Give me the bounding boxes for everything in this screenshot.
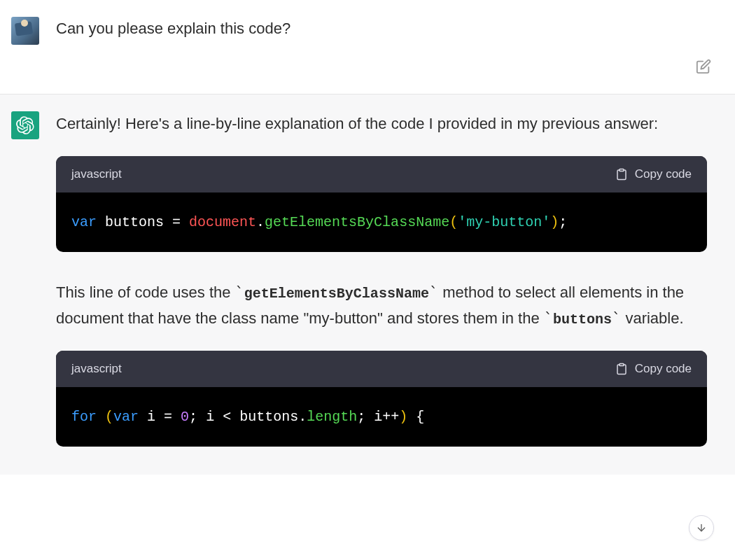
user-text: Can you please explain this code? bbox=[56, 17, 707, 40]
code-language-label: javascript bbox=[71, 359, 122, 379]
edit-icon bbox=[696, 59, 711, 74]
user-message: Can you please explain this code? bbox=[0, 0, 735, 94]
assistant-body: Certainly! Here's a line-by-line explana… bbox=[56, 111, 707, 447]
token-number: 0 bbox=[181, 409, 189, 425]
token-space bbox=[97, 409, 105, 425]
explain1-post: variable. bbox=[621, 309, 683, 327]
token-property: getElementsByClassName bbox=[265, 214, 449, 230]
token-paren-close: ) bbox=[550, 214, 559, 230]
token-paren-open: ( bbox=[449, 214, 458, 230]
token-identifier: i++ bbox=[365, 409, 399, 425]
code-content: var buttons = document.getElementsByClas… bbox=[56, 192, 707, 252]
token-paren-open: ( bbox=[105, 409, 113, 425]
token-semicolon: ; bbox=[559, 214, 567, 230]
token-operator: = bbox=[164, 214, 189, 230]
user-content: Can you please explain this code? bbox=[56, 17, 721, 45]
openai-logo-icon bbox=[16, 116, 34, 134]
scroll-to-bottom-button[interactable] bbox=[689, 515, 714, 540]
backtick: ` bbox=[235, 284, 244, 301]
inline-code-1: getElementsByClassName bbox=[244, 286, 429, 302]
copy-code-button[interactable]: Copy code bbox=[615, 164, 692, 184]
backtick: ` bbox=[429, 284, 438, 301]
copy-code-label: Copy code bbox=[635, 359, 692, 379]
user-avatar bbox=[11, 17, 39, 45]
assistant-content: Certainly! Here's a line-by-line explana… bbox=[56, 111, 721, 447]
assistant-message: Certainly! Here's a line-by-line explana… bbox=[0, 94, 735, 475]
svg-rect-0 bbox=[620, 169, 624, 172]
backtick: ` bbox=[612, 309, 621, 327]
clipboard-icon bbox=[615, 167, 628, 181]
inline-code-2: buttons bbox=[553, 312, 612, 328]
assistant-intro-text: Certainly! Here's a line-by-line explana… bbox=[56, 111, 707, 136]
code-block-1: javascript Copy code var buttons = docum… bbox=[56, 156, 707, 252]
backtick: ` bbox=[544, 309, 553, 327]
copy-code-label: Copy code bbox=[635, 164, 692, 184]
code-block-header: javascript Copy code bbox=[56, 351, 707, 387]
token-keyword: var bbox=[113, 409, 139, 425]
token-operator: = bbox=[164, 409, 181, 425]
svg-rect-1 bbox=[620, 363, 624, 365]
token-property: length bbox=[307, 409, 357, 425]
token-string: 'my-button' bbox=[458, 214, 550, 230]
token-identifier: i < buttons. bbox=[197, 409, 307, 425]
assistant-explanation-1: This line of code uses the `getElementsB… bbox=[56, 280, 707, 331]
token-paren-close: ) bbox=[399, 409, 407, 425]
token-semicolon: ; bbox=[189, 409, 197, 425]
assistant-avatar bbox=[11, 111, 39, 139]
explain1-pre: This line of code uses the bbox=[56, 284, 235, 301]
edit-message-button[interactable] bbox=[696, 59, 711, 77]
token-object: document bbox=[189, 214, 256, 230]
clipboard-icon bbox=[615, 362, 628, 376]
token-identifier: i bbox=[139, 409, 164, 425]
code-language-label: javascript bbox=[71, 164, 122, 184]
arrow-down-icon bbox=[696, 522, 707, 533]
code-content: for (var i = 0; i < buttons.length; i++)… bbox=[56, 387, 707, 447]
token-keyword: var bbox=[71, 214, 97, 230]
code-block-2: javascript Copy code for (var i = 0; i <… bbox=[56, 351, 707, 447]
code-block-header: javascript Copy code bbox=[56, 156, 707, 192]
token-identifier: buttons bbox=[105, 214, 164, 230]
token-dot: . bbox=[256, 214, 265, 230]
copy-code-button[interactable]: Copy code bbox=[615, 359, 692, 379]
token-keyword: for bbox=[71, 409, 97, 425]
token-semicolon: ; bbox=[357, 409, 365, 425]
token-brace: { bbox=[407, 409, 424, 425]
